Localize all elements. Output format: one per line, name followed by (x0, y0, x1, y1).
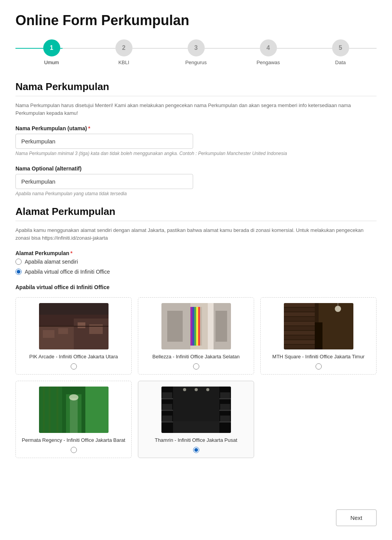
office-name-thamrin: Thamrin - Infiniti Office Jakarta Pusat (155, 437, 238, 444)
radio-virtual[interactable] (15, 269, 22, 275)
office-img-mth (284, 303, 353, 349)
office-img-pik (39, 303, 109, 349)
field-label-utama: Nama Perkumpulan (utama)* (15, 125, 377, 131)
office-card-bellezza[interactable]: Bellezza - Infiniti Office Jakarta Selat… (138, 297, 254, 375)
field-group-utama: Nama Perkumpulan (utama)* Nama Perkumpul… (15, 125, 377, 156)
step-circle-4: 4 (260, 39, 277, 56)
svg-rect-25 (284, 308, 315, 312)
step-circle-1: 1 (43, 39, 60, 56)
office-img-thamrin (161, 387, 231, 433)
office-card-thamrin[interactable]: Thamrin - Infiniti Office Jakarta Pusat (138, 381, 254, 458)
svg-rect-36 (315, 322, 322, 349)
step-label-2: KBLI (118, 60, 129, 65)
svg-rect-40 (85, 387, 109, 433)
svg-rect-58 (219, 421, 231, 422)
radio-office-mth[interactable] (316, 363, 322, 370)
step-label-1: Umum (44, 60, 59, 65)
step-label-4: Pengawas (256, 60, 280, 65)
svg-rect-12 (190, 307, 192, 346)
svg-rect-32 (284, 340, 315, 344)
svg-rect-53 (161, 398, 173, 399)
svg-rect-65 (162, 416, 172, 421)
section-title-nama: Nama Perkumpulan (15, 81, 377, 93)
field-label-alamat: Alamat Perkumpulan* (15, 250, 377, 256)
office-card-pik[interactable]: PIK Arcade - Infiniti Office Jakarta Uta… (15, 297, 132, 375)
office-section-label: Apabila virtual office di Infiniti Offic… (15, 284, 377, 290)
svg-point-34 (335, 306, 341, 312)
hint-nama-alternatif: Apabila nama Perkumpulan yang utama tida… (15, 191, 377, 196)
stepper-step-2[interactable]: 2 KBLI (88, 39, 160, 65)
section-desc-alamat: Apabila kamu menggunakan alamat sendiri … (15, 227, 377, 242)
svg-rect-4 (58, 328, 68, 334)
section-desc-nama: Nama Perkumpulan harus disetujui Menteri… (15, 102, 377, 117)
svg-rect-46 (49, 387, 51, 433)
svg-point-59 (183, 388, 186, 391)
office-card-mth[interactable]: MTH Square - Infiniti Office Jakarta Tim… (260, 297, 377, 375)
office-grid-bottom: Permata Regency - Infiniti Office Jakart… (15, 381, 377, 458)
svg-rect-42 (70, 398, 78, 433)
svg-rect-24 (284, 303, 315, 307)
office-name-permata: Permata Regency - Infiniti Office Jakart… (22, 437, 126, 444)
svg-point-61 (206, 388, 209, 391)
svg-rect-66 (220, 392, 230, 398)
svg-rect-8 (39, 303, 109, 315)
radio-office-permata[interactable] (71, 447, 77, 453)
svg-rect-26 (284, 312, 315, 316)
radio-office-bellezza[interactable] (193, 363, 199, 370)
field-group-alternatif: Nama Optional (alternatif) Apabila nama … (15, 165, 377, 196)
next-btn-container: Next (336, 509, 377, 526)
office-img-permata (39, 387, 109, 433)
office-grid-top: PIK Arcade - Infiniti Office Jakarta Uta… (15, 297, 377, 375)
field-group-alamat: Alamat Perkumpulan* Apabila alamat sendi… (15, 250, 377, 275)
svg-rect-27 (284, 317, 315, 321)
radio-office-pik[interactable] (71, 363, 77, 370)
radio-label-virtual[interactable]: Apabila virtual office di Infiniti Offic… (15, 269, 377, 275)
svg-rect-29 (284, 326, 315, 330)
svg-rect-15 (196, 307, 198, 346)
svg-rect-19 (167, 311, 183, 342)
input-nama-utama[interactable] (15, 134, 193, 149)
step-label-3: Pengurus (185, 60, 207, 65)
step-circle-5: 5 (332, 39, 349, 56)
svg-rect-13 (192, 307, 194, 346)
step-label-5: Data (335, 60, 346, 65)
office-card-permata[interactable]: Permata Regency - Infiniti Office Jakart… (15, 381, 132, 458)
input-nama-alternatif[interactable] (15, 174, 193, 189)
page-title: Online Form Perkumpulan (15, 12, 377, 29)
svg-rect-54 (161, 410, 173, 411)
office-img-bellezza (161, 303, 231, 349)
svg-point-60 (195, 388, 198, 391)
svg-rect-62 (173, 421, 219, 433)
svg-rect-63 (162, 392, 172, 398)
divider-nama (15, 96, 377, 96)
stepper-step-1[interactable]: 1 Umum (15, 39, 88, 65)
radio-label-sendiri[interactable]: Apabila alamat sendiri (15, 259, 377, 265)
divider-alamat (15, 221, 377, 221)
radio-office-thamrin[interactable] (193, 447, 199, 453)
svg-rect-45 (43, 387, 45, 433)
svg-rect-33 (284, 345, 315, 349)
hint-nama-utama: Nama Perkumpulan minimal 3 (tiga) kata d… (15, 151, 377, 156)
svg-rect-56 (219, 398, 231, 399)
stepper-step-4[interactable]: 4 Pengawas (232, 39, 304, 65)
svg-rect-14 (194, 307, 196, 346)
svg-rect-3 (43, 330, 54, 338)
office-name-bellezza: Bellezza - Infiniti Office Jakarta Selat… (153, 353, 240, 360)
svg-rect-57 (219, 410, 231, 411)
stepper-step-5[interactable]: 5 Data (304, 39, 377, 65)
svg-rect-5 (78, 322, 85, 328)
radio-sendiri[interactable] (15, 259, 22, 265)
svg-rect-68 (220, 416, 230, 421)
stepper: 1 Umum 2 KBLI 3 Pengurus 4 Pengawas 5 Da… (15, 39, 377, 65)
step-circle-2: 2 (115, 39, 132, 56)
svg-rect-30 (284, 331, 315, 335)
svg-rect-16 (198, 307, 200, 346)
radio-group-alamat: Apabila alamat sendiri Apabila virtual o… (15, 259, 377, 275)
svg-rect-20 (216, 311, 227, 342)
svg-point-43 (69, 394, 78, 400)
svg-rect-64 (162, 404, 172, 410)
step-circle-3: 3 (188, 39, 205, 56)
svg-rect-31 (284, 336, 315, 339)
stepper-step-3[interactable]: 3 Pengurus (160, 39, 232, 65)
next-button[interactable]: Next (336, 509, 377, 526)
